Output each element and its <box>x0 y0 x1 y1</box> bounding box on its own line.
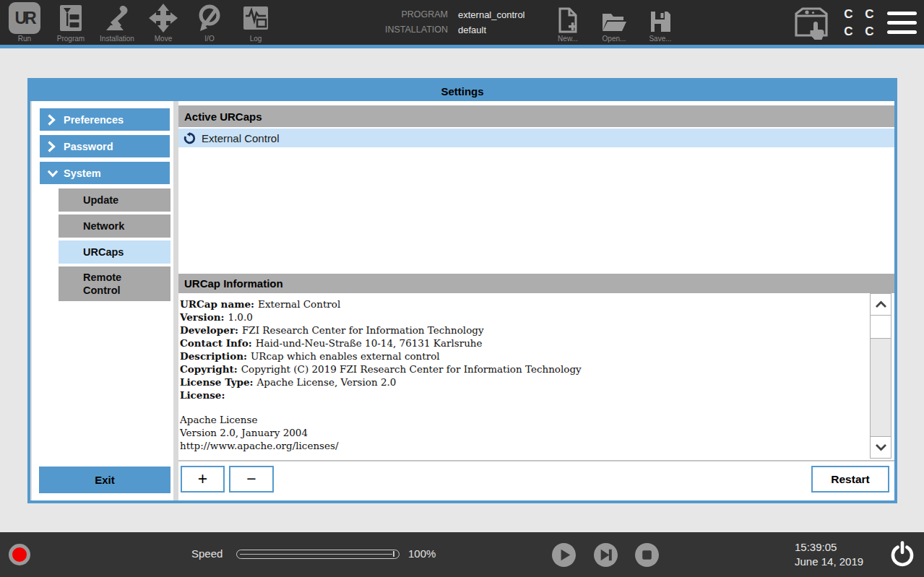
play-icon <box>552 543 576 567</box>
sidebar-item-urcaps[interactable]: URCaps <box>59 240 170 264</box>
tab-log[interactable]: Log <box>233 2 279 43</box>
clock: 15:39:05 June 14, 2019 <box>795 540 863 569</box>
loaded-file-info: PROGRAM external_control INSTALLATION de… <box>365 9 525 35</box>
info-field: Description:URcap which enables external… <box>180 350 868 363</box>
save-icon <box>649 6 672 33</box>
corner-status-letters: C C C C <box>838 7 880 42</box>
license-text: Apache License Version 2.0, January 2004… <box>180 413 868 452</box>
touchscreen-keyboard-button[interactable] <box>793 6 830 45</box>
sidebar-item-preferences[interactable]: Preferences <box>40 108 170 131</box>
date-value: June 14, 2019 <box>795 555 863 569</box>
new-file-icon <box>557 6 579 33</box>
speed-value: 100% <box>408 547 436 560</box>
installation-value: default <box>458 25 525 35</box>
settings-dialog: Settings Preferences Password <box>27 78 897 503</box>
tab-installation[interactable]: Installation <box>94 2 140 43</box>
scroll-up-button[interactable] <box>871 294 891 316</box>
urcap-refresh-icon <box>183 132 196 144</box>
ur-logo-icon: UR <box>9 2 40 34</box>
status-letter: C <box>859 7 880 25</box>
installation-icon <box>103 2 131 34</box>
restart-button[interactable]: Restart <box>811 466 889 493</box>
urcap-information-header: URCap Information <box>178 274 894 293</box>
info-field: Contact Info:Haid-und-Neu-Straße 10-14, … <box>180 337 868 350</box>
status-letter: C <box>838 7 859 25</box>
info-field: License Type:Apache License, Version 2.0 <box>180 376 868 389</box>
sidebar-item-network[interactable]: Network <box>59 214 170 238</box>
hamburger-menu-icon[interactable] <box>887 12 917 40</box>
settings-sidebar: Preferences Password System Update <box>32 101 173 500</box>
sidebar-item-system[interactable]: System <box>40 162 170 184</box>
play-button[interactable] <box>552 543 576 567</box>
initialize-robot-button[interactable] <box>9 544 30 565</box>
chevron-right-icon <box>47 140 59 153</box>
program-label: PROGRAM <box>365 9 448 20</box>
installation-label: INSTALLATION <box>365 25 448 35</box>
urcap-name-label: External Control <box>202 132 280 144</box>
tab-run[interactable]: UR Run <box>1 2 48 43</box>
new-button[interactable]: New... <box>545 6 591 43</box>
tab-move[interactable]: Move <box>140 2 186 43</box>
status-letter: C <box>838 25 859 42</box>
io-icon <box>195 2 224 34</box>
info-field: Version:1.0.0 <box>180 311 868 324</box>
time-value: 15:39:05 <box>795 540 863 555</box>
log-icon <box>243 2 269 34</box>
status-letter: C <box>859 25 880 42</box>
info-field: License: <box>180 389 868 402</box>
info-field: Developer:FZI Research Center for Inform… <box>180 324 868 337</box>
urcaps-panel: Active URCaps External Control URCap Inf… <box>178 101 894 500</box>
scrollbar-thumb[interactable] <box>871 316 891 339</box>
step-forward-icon <box>594 543 618 567</box>
program-icon <box>59 2 83 34</box>
urcap-information-text: URCap name:External Control Version:1.0.… <box>180 298 868 452</box>
sidebar-item-remote-control[interactable]: Remote Control <box>59 266 170 301</box>
stop-button[interactable] <box>635 543 659 567</box>
move-icon <box>149 2 178 34</box>
open-button[interactable]: Open... <box>591 6 637 43</box>
exit-button[interactable]: Exit <box>39 467 170 493</box>
urcap-list-item-external-control[interactable]: External Control <box>178 129 894 147</box>
sidebar-item-password[interactable]: Password <box>40 135 170 157</box>
urcap-information-area: URCap name:External Control Version:1.0.… <box>178 293 894 459</box>
speed-slider-handle[interactable] <box>393 551 394 557</box>
tab-io[interactable]: I/O <box>186 2 233 43</box>
dialog-title: Settings <box>30 81 894 101</box>
power-icon <box>889 541 916 568</box>
chevron-right-icon <box>47 113 59 126</box>
bottom-status-bar: Speed 100% 15:39:05 <box>0 532 924 577</box>
top-header: UR Run Program <box>0 0 924 48</box>
info-field: URCap name:External Control <box>180 298 868 311</box>
speed-slider[interactable] <box>236 550 400 559</box>
step-button[interactable] <box>594 543 618 567</box>
open-folder-icon <box>601 6 627 33</box>
info-scrollbar[interactable] <box>870 293 891 459</box>
remove-urcap-button[interactable]: − <box>229 466 274 493</box>
info-field: Copyright:Copyright (C) 2019 FZI Researc… <box>180 363 868 376</box>
stop-icon <box>635 543 659 567</box>
sidebar-item-update[interactable]: Update <box>59 188 170 212</box>
panel-divider <box>178 460 894 461</box>
scroll-up-icon <box>875 300 887 308</box>
touchscreen-icon <box>793 6 830 42</box>
save-button[interactable]: Save... <box>637 6 683 43</box>
polyscope-screen: UR Run Program <box>0 0 924 577</box>
main-tabs: UR Run Program <box>1 2 279 43</box>
speed-label: Speed <box>191 547 223 560</box>
shutdown-button[interactable] <box>889 541 916 571</box>
scroll-down-button[interactable] <box>871 436 891 458</box>
scroll-down-icon <box>875 443 887 451</box>
add-urcap-button[interactable]: + <box>181 466 225 493</box>
tab-program[interactable]: Program <box>48 2 94 43</box>
file-actions: New... Open... <box>545 6 683 43</box>
active-urcaps-header: Active URCaps <box>178 105 894 127</box>
chevron-down-icon <box>47 169 59 178</box>
program-value: external_control <box>458 9 525 20</box>
